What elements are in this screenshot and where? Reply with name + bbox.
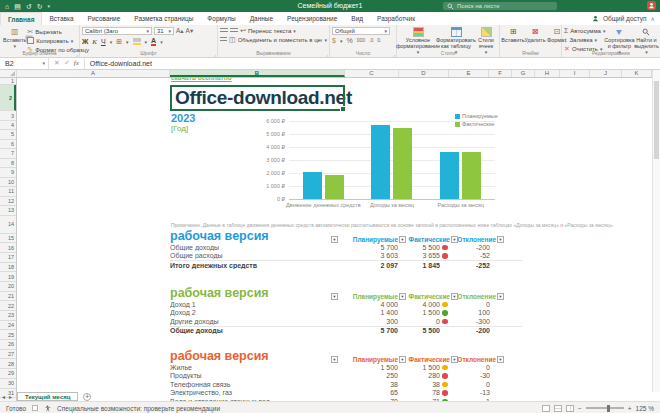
number-format-select[interactable]: Общий▾ xyxy=(332,27,390,35)
column-header-D[interactable]: D xyxy=(399,69,449,77)
bar-Планируемые[interactable] xyxy=(371,125,390,199)
align-middle-icon[interactable] xyxy=(230,28,238,34)
bar-Фактические[interactable] xyxy=(325,175,344,199)
number-dialog-launcher[interactable]: ⌟ xyxy=(393,51,395,57)
column-header-E[interactable]: E xyxy=(449,69,489,77)
column-header-I[interactable]: I xyxy=(560,69,590,77)
underline-button[interactable]: Ч xyxy=(101,38,106,45)
row-header-15[interactable]: 15 xyxy=(0,234,16,244)
row-header-27[interactable]: 27 xyxy=(0,350,16,360)
font-color-icon[interactable]: А xyxy=(151,37,156,46)
clipboard-dialog-launcher[interactable]: ⌟ xyxy=(76,51,78,57)
row-header-17[interactable]: 17 xyxy=(0,253,16,263)
row-header-24[interactable]: 24 xyxy=(0,321,16,331)
paste-button[interactable]: ▥ Вставить▾ xyxy=(2,27,27,49)
row-header-10[interactable]: 10 xyxy=(0,178,16,188)
zoom-level[interactable]: 125 % xyxy=(636,405,654,412)
row-header-4[interactable]: 4 xyxy=(0,121,16,130)
sheet-tab-active[interactable]: Текущий месяц xyxy=(17,392,78,401)
row-header-25[interactable]: 25 xyxy=(0,330,16,340)
tab-разметка-страницы[interactable]: Разметка страницы xyxy=(127,12,200,25)
filter-button[interactable]: ▾ xyxy=(497,293,504,300)
percent-icon[interactable]: % xyxy=(346,37,352,44)
normal-view-button[interactable] xyxy=(542,405,550,412)
row-header-14[interactable]: 14 xyxy=(0,216,16,234)
prev-sheet-icon[interactable]: ◂ xyxy=(0,393,7,400)
filter-button[interactable]: ▾ xyxy=(399,293,406,300)
column-header-H[interactable]: H xyxy=(535,69,560,77)
bar-Планируемые[interactable] xyxy=(440,152,459,199)
fill-handle[interactable] xyxy=(340,106,346,112)
filter-button[interactable]: ▾ xyxy=(399,236,406,243)
tab-вид[interactable]: Вид xyxy=(344,12,370,25)
row-header-19[interactable]: 19 xyxy=(0,272,16,282)
row-header-28[interactable]: 28 xyxy=(0,359,16,369)
row-header-3[interactable]: 3 xyxy=(0,111,16,121)
row-header-11[interactable]: 11 xyxy=(0,187,16,197)
row-header-21[interactable]: 21 xyxy=(0,292,16,302)
tab-рисование[interactable]: Рисование xyxy=(81,12,128,25)
row-header-23[interactable]: 23 xyxy=(0,311,16,321)
font-size-select[interactable]: 31▾ xyxy=(154,27,174,35)
zoom-slider-handle[interactable] xyxy=(607,405,610,412)
column-header-C[interactable]: C xyxy=(345,69,399,77)
tab-вставка[interactable]: Вставка xyxy=(42,12,80,25)
row-header-13[interactable]: 13 xyxy=(0,206,16,216)
column-header-A[interactable]: A xyxy=(17,69,170,77)
year-placeholder-cell[interactable]: [Год] xyxy=(171,124,188,133)
accounting-format-icon[interactable]: $ xyxy=(332,37,336,44)
add-sheet-button[interactable]: + xyxy=(83,393,91,401)
collapse-ribbon-icon[interactable]: ∧ xyxy=(651,15,655,22)
row-header-8[interactable]: 8 xyxy=(0,159,16,169)
fill-button[interactable]: ↓Заливка▾ xyxy=(564,36,605,43)
row-header-5[interactable]: 5 xyxy=(0,130,16,140)
bar-Планируемые[interactable] xyxy=(303,172,322,199)
column-header-K[interactable]: K xyxy=(622,69,652,77)
macro-record-icon[interactable] xyxy=(32,405,38,411)
column-header-J[interactable]: J xyxy=(590,69,622,77)
filter-button[interactable]: ▾ xyxy=(497,236,504,243)
confirm-entry-icon[interactable]: ✓ xyxy=(64,59,70,67)
filter-button[interactable]: ▾ xyxy=(399,356,406,363)
selected-cell-border[interactable] xyxy=(170,85,345,111)
column-header-G[interactable]: G xyxy=(512,69,535,77)
search-box[interactable]: Поиск на листе xyxy=(443,2,557,10)
tab-главная[interactable]: Главная xyxy=(0,12,42,25)
align-top-icon[interactable] xyxy=(220,28,228,34)
merge-center-button[interactable]: Объединить и поместить в центре xyxy=(238,37,323,43)
fill-color-icon[interactable] xyxy=(133,38,141,45)
bar-Фактические[interactable] xyxy=(462,152,481,200)
scrollbar-thumb[interactable] xyxy=(654,81,659,159)
wrap-text-button[interactable]: Перенос текста xyxy=(248,28,291,34)
page-layout-view-button[interactable] xyxy=(554,405,562,412)
italic-button[interactable]: К xyxy=(92,38,97,46)
insert-function-icon[interactable]: fx xyxy=(74,59,79,67)
row-header-26[interactable]: 26 xyxy=(0,340,16,350)
row-header-6[interactable]: 6 xyxy=(0,140,16,150)
tab-данные[interactable]: Данные xyxy=(243,12,280,25)
next-sheet-icon[interactable]: ▸ xyxy=(7,393,14,400)
vertical-scrollbar[interactable] xyxy=(652,69,660,392)
delete-cells-button[interactable]: ⊠ Удалить xyxy=(524,27,546,44)
filter-button[interactable]: ▾ xyxy=(331,356,338,363)
account-avatar[interactable] xyxy=(647,1,656,10)
row-header-16[interactable]: 16 xyxy=(0,243,16,253)
budget-chart[interactable]: ПланируемыеФактические6 000 ₽5 000 ₽4 00… xyxy=(253,107,553,219)
cancel-entry-icon[interactable]: ✕ xyxy=(54,59,60,67)
row-header-20[interactable]: 20 xyxy=(0,282,16,292)
row-header-12[interactable]: 12 xyxy=(0,197,16,207)
comma-style-icon[interactable]: 000 xyxy=(357,38,365,43)
tab-формулы[interactable]: Формулы xyxy=(200,12,242,25)
row-header-1[interactable]: 1 xyxy=(0,78,16,85)
column-header-F[interactable]: F xyxy=(489,69,512,77)
font-name-select[interactable]: Calibri (Заго▾ xyxy=(82,27,152,35)
filter-button[interactable]: ▾ xyxy=(331,293,338,300)
bold-button[interactable]: Ж xyxy=(82,38,88,45)
tab-рецензирование[interactable]: Рецензирование xyxy=(280,12,344,25)
select-all-button[interactable] xyxy=(0,69,17,77)
autosum-button[interactable]: ΣАвтосумма▾ xyxy=(564,27,605,34)
bar-Фактические[interactable] xyxy=(393,128,412,200)
zoom-slider[interactable] xyxy=(586,407,624,409)
decrease-decimal-icon[interactable]: 0. xyxy=(377,38,381,43)
borders-icon[interactable]: ⊞ xyxy=(116,38,122,45)
